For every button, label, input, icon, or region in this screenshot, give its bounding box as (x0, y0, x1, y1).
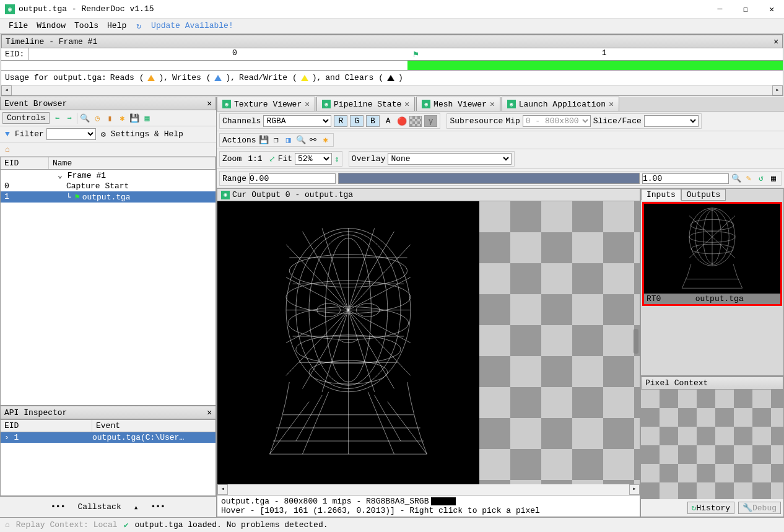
minimize-button[interactable]: — (713, 3, 728, 15)
action-link-icon[interactable]: ⚯ (308, 135, 318, 145)
channels-select[interactable]: RGBA (263, 115, 331, 127)
timeline-ruler[interactable]: EID: 0 ⚑ 1 (1, 48, 783, 61)
controls-button[interactable]: Controls (2, 112, 50, 124)
overlay-select[interactable]: None (388, 153, 512, 165)
outputs-tab[interactable]: Outputs (681, 189, 726, 201)
tab-launch-application[interactable]: ◉Launch Application✕ (502, 97, 619, 111)
menu-tools[interactable]: Tools (71, 20, 102, 32)
api-col-event[interactable]: Event (92, 420, 216, 432)
save-icon[interactable]: 💾 (129, 113, 139, 123)
timeline-scrollbar[interactable]: ◂ ▸ (1, 85, 783, 95)
event-tree[interactable]: ⌄ Frame #10Capture Start1└⚑output.tga (0, 170, 216, 406)
tab-mesh-viewer[interactable]: ◉Mesh Viewer✕ (416, 97, 500, 111)
scrollbar-thumb[interactable] (634, 329, 638, 354)
inputs-tab[interactable]: Inputs (641, 189, 681, 201)
zoom-range-icon[interactable]: 🔍 (731, 173, 741, 183)
action-copy-icon[interactable]: ❐ (271, 135, 281, 145)
tree-row[interactable]: ⌄ Frame #1 (1, 170, 216, 181)
callstack-label: Callstack (77, 502, 121, 512)
color-wheel-icon[interactable]: 🔴 (397, 116, 407, 126)
find-icon[interactable]: 🔍 (80, 113, 90, 123)
eid-label: EID: (1, 48, 28, 60)
nav-forward-icon[interactable]: ➡ (64, 113, 74, 123)
scroll-left-button[interactable]: ◂ (217, 484, 228, 495)
api-inspector-close-button[interactable]: ✕ (207, 408, 212, 417)
col-name[interactable]: Name (49, 157, 216, 169)
api-col-eid[interactable]: EID (1, 420, 92, 432)
menu-file[interactable]: File (5, 20, 32, 32)
close-button[interactable]: ✕ (764, 3, 779, 15)
tick-1: 1 (602, 48, 607, 58)
texture-title-icon: ◉ (221, 191, 230, 199)
zoom-updown-icon[interactable]: ⇕ (334, 154, 339, 164)
action-star-icon[interactable]: ✱ (321, 135, 331, 145)
tree-row[interactable]: 0Capture Start (1, 181, 216, 191)
wand-icon[interactable]: ✎ (744, 173, 754, 183)
mip-select[interactable]: 0 - 800x800 (523, 115, 591, 127)
timeline-close-button[interactable]: ✕ (773, 37, 778, 46)
zoom-select[interactable]: 52% (295, 153, 332, 165)
tab-texture-viewer[interactable]: ◉Texture Viewer✕ (217, 97, 315, 111)
scroll-right-button[interactable]: ▸ (629, 484, 640, 495)
bookmark-icon[interactable]: ▮ (105, 113, 115, 123)
history-button[interactable]: ↻History (687, 502, 734, 514)
gear-icon[interactable]: ⚙ (98, 129, 108, 139)
texture-canvas[interactable] (217, 201, 640, 484)
slice-select[interactable] (644, 115, 699, 127)
tab-close-icon[interactable]: ✕ (404, 99, 409, 109)
pixel-context-canvas[interactable] (641, 390, 783, 499)
update-icon: ↻ (133, 20, 145, 32)
star-icon[interactable]: ✱ (117, 113, 127, 123)
channel-r-button[interactable]: R (334, 115, 347, 127)
nav-back-icon[interactable]: ⬅ (52, 113, 62, 123)
tab-close-icon[interactable]: ✕ (305, 99, 310, 109)
event-browser-close-button[interactable]: ✕ (207, 98, 212, 108)
texture-pane: ◉ Cur Output 0 - output.tga (217, 188, 640, 517)
alpha-bg-button[interactable] (409, 116, 422, 127)
tab-close-icon[interactable]: ✕ (609, 99, 614, 109)
api-row[interactable]: › 1output.tga(C:\User… (1, 432, 216, 443)
tab-pipeline-state[interactable]: ◉Pipeline State✕ (316, 97, 415, 111)
range-hi-input[interactable] (642, 173, 729, 184)
window-title: output.tga - RenderDoc v1.15 (19, 4, 713, 14)
gamma-button[interactable]: γ (424, 115, 438, 127)
callstack-bar[interactable]: ••• Callstack ▴ ••• (0, 496, 216, 517)
menu-window[interactable]: Window (33, 20, 69, 32)
io-panel: Inputs Outputs (640, 188, 784, 376)
thumbnail-rt0[interactable]: RT0 output.tga (642, 202, 782, 306)
histogram-icon[interactable]: ▦ (769, 173, 778, 183)
action-open-icon[interactable]: ◨ (284, 135, 294, 145)
tab-icon: ◉ (422, 100, 430, 108)
range-slider[interactable] (338, 173, 640, 184)
settings-help-button[interactable]: Settings & Help (111, 129, 183, 139)
column-select-icon[interactable]: ▦ (142, 113, 152, 123)
timeline-title-text: Timeline - Frame #1 (6, 37, 97, 46)
timeline-fill (407, 61, 783, 70)
filter-select[interactable] (46, 128, 96, 140)
debug-button[interactable]: 🔧Debug (738, 502, 781, 514)
usage-reads: Reads ( (110, 73, 144, 82)
chevron-up-icon[interactable]: ▴ (134, 502, 139, 512)
range-lo-input[interactable] (249, 173, 336, 184)
col-eid[interactable]: EID (1, 157, 49, 169)
home-icon[interactable]: ⌂ (2, 144, 12, 154)
api-tree[interactable]: › 1output.tga(C:\User… (0, 432, 216, 496)
reset-range-icon[interactable]: ↺ (756, 173, 766, 183)
scroll-right-button[interactable]: ▸ (772, 85, 783, 95)
menu-help[interactable]: Help (103, 20, 130, 32)
channel-b-button[interactable]: B (366, 115, 380, 127)
menu-update[interactable]: Update Available! (147, 20, 237, 32)
fit-button[interactable]: Fit (278, 154, 292, 164)
timer-icon[interactable]: ◷ (92, 113, 102, 123)
timeline-progress[interactable] (1, 61, 783, 71)
maximize-button[interactable]: ☐ (738, 3, 753, 15)
channel-g-button[interactable]: G (350, 115, 364, 127)
zoom-11-button[interactable]: 1:1 (244, 154, 266, 164)
tree-row[interactable]: 1└⚑output.tga (1, 191, 216, 203)
action-save-icon[interactable]: 💾 (259, 135, 269, 145)
tab-close-icon[interactable]: ✕ (490, 99, 495, 109)
action-find-icon[interactable]: 🔍 (296, 135, 306, 145)
h-scrollbar[interactable]: ◂ ▸ (217, 484, 640, 495)
scroll-left-button[interactable]: ◂ (1, 85, 12, 95)
channel-a-button[interactable]: A (382, 116, 394, 126)
